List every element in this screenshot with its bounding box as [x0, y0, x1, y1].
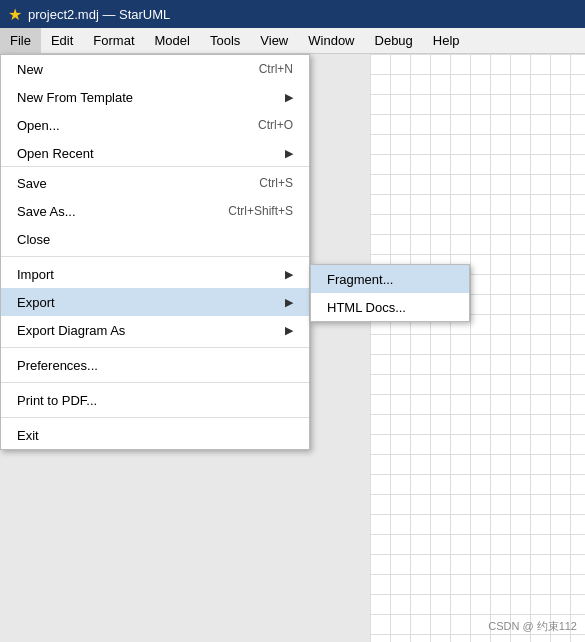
menu-item-open[interactable]: Open... Ctrl+O: [1, 111, 309, 139]
title-bar: ★ project2.mdj — StarUML: [0, 0, 585, 28]
separator-4: [1, 417, 309, 418]
menu-item-print-pdf-label: Print to PDF...: [17, 393, 97, 408]
app-icon: ★: [8, 5, 22, 24]
menu-view[interactable]: View: [250, 28, 298, 53]
menu-item-close-label: Close: [17, 232, 50, 247]
menu-tools[interactable]: Tools: [200, 28, 250, 53]
menu-item-open-recent-label: Open Recent: [17, 146, 94, 161]
menu-item-preferences-label: Preferences...: [17, 358, 98, 373]
export-submenu-fragment[interactable]: Fragment...: [311, 265, 469, 293]
menu-item-save-shortcut: Ctrl+S: [259, 176, 293, 190]
menu-edit[interactable]: Edit: [41, 28, 83, 53]
menu-item-save-as[interactable]: Save As... Ctrl+Shift+S: [1, 197, 309, 225]
menu-item-close[interactable]: Close: [1, 225, 309, 253]
submenu-arrow-export-diagram: ▶: [285, 324, 293, 337]
menu-file[interactable]: File: [0, 28, 41, 53]
menu-item-exit-label: Exit: [17, 428, 39, 443]
submenu-arrow-export: ▶: [285, 296, 293, 309]
grid-lines: [370, 54, 585, 642]
menu-item-import[interactable]: Import ▶: [1, 260, 309, 288]
menu-item-new-shortcut: Ctrl+N: [259, 62, 293, 76]
menu-item-save-label: Save: [17, 176, 47, 191]
menu-format[interactable]: Format: [83, 28, 144, 53]
menu-bar: File Edit Format Model Tools View Window…: [0, 28, 585, 54]
menu-item-open-label: Open...: [17, 118, 60, 133]
file-menu-dropdown: New Ctrl+N New From Template ▶ Open... C…: [0, 54, 310, 450]
menu-item-export[interactable]: Export ▶: [1, 288, 309, 316]
separator-2: [1, 347, 309, 348]
menu-item-export-diagram-as-label: Export Diagram As: [17, 323, 125, 338]
submenu-arrow-new-template: ▶: [285, 91, 293, 104]
menu-model[interactable]: Model: [145, 28, 200, 53]
title-bar-text: project2.mdj — StarUML: [28, 7, 170, 22]
watermark-text: CSDN @ 约束112: [488, 620, 577, 632]
menu-item-save[interactable]: Save Ctrl+S: [1, 169, 309, 197]
menu-item-open-shortcut: Ctrl+O: [258, 118, 293, 132]
separator-3: [1, 382, 309, 383]
submenu-arrow-import: ▶: [285, 268, 293, 281]
main-area: New Ctrl+N New From Template ▶ Open... C…: [0, 54, 585, 642]
menu-debug[interactable]: Debug: [365, 28, 423, 53]
submenu-arrow-open-recent: ▶: [285, 147, 293, 160]
menu-item-new[interactable]: New Ctrl+N: [1, 55, 309, 83]
watermark: CSDN @ 约束112: [488, 619, 577, 634]
menu-help[interactable]: Help: [423, 28, 470, 53]
export-submenu: Fragment... HTML Docs...: [310, 264, 470, 322]
menu-item-export-label: Export: [17, 295, 55, 310]
separator-1: [1, 256, 309, 257]
menu-item-preferences[interactable]: Preferences...: [1, 351, 309, 379]
menu-item-new-from-template-label: New From Template: [17, 90, 133, 105]
menu-item-save-as-shortcut: Ctrl+Shift+S: [228, 204, 293, 218]
diagram-canvas: [370, 54, 585, 642]
menu-window[interactable]: Window: [298, 28, 364, 53]
export-html-docs-label: HTML Docs...: [327, 300, 406, 315]
menu-item-new-label: New: [17, 62, 43, 77]
menu-item-import-label: Import: [17, 267, 54, 282]
menu-item-open-recent[interactable]: Open Recent ▶: [1, 139, 309, 167]
export-submenu-html-docs[interactable]: HTML Docs...: [311, 293, 469, 321]
menu-item-save-as-label: Save As...: [17, 204, 76, 219]
menu-item-export-diagram-as[interactable]: Export Diagram As ▶: [1, 316, 309, 344]
export-fragment-label: Fragment...: [327, 272, 393, 287]
menu-item-new-from-template[interactable]: New From Template ▶: [1, 83, 309, 111]
menu-item-print-pdf[interactable]: Print to PDF...: [1, 386, 309, 414]
menu-item-exit[interactable]: Exit: [1, 421, 309, 449]
